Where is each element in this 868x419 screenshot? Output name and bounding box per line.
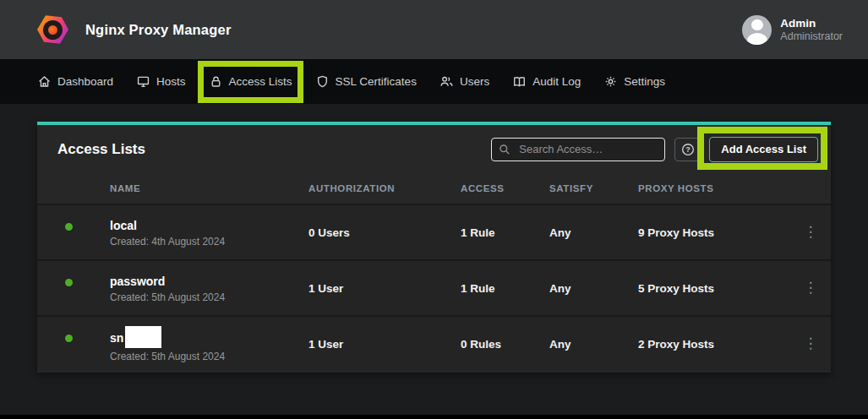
app-logo-icon — [37, 14, 68, 46]
search-box — [491, 138, 665, 161]
user-menu[interactable]: Admin Administrator — [742, 15, 843, 45]
svg-text:?: ? — [685, 145, 691, 154]
proxy-hosts-value: 2 Proxy Hosts — [638, 338, 790, 351]
access-list-created: Created: 5th August 2024 — [110, 351, 308, 362]
access-value: 1 Rule — [461, 226, 549, 239]
add-access-list-button[interactable]: Add Access List — [709, 137, 818, 162]
status-dot-online — [63, 333, 74, 344]
topbar: Nginx Proxy Manager Admin Administrator — [0, 0, 868, 59]
access-list-name: local — [110, 218, 308, 233]
help-button[interactable]: ? — [674, 138, 701, 161]
status-dot-online — [63, 221, 74, 232]
search-input[interactable] — [491, 138, 665, 161]
access-lists-panel: Access Lists ? Add Access List NAME AUTH… — [37, 122, 831, 373]
nav-item-dashboard[interactable]: Dashboard — [37, 74, 113, 89]
window-bottom-edge — [0, 415, 868, 419]
authorization-value: 0 Users — [308, 226, 461, 239]
nav-item-access-lists[interactable]: Access Lists — [209, 74, 292, 89]
app-title: Nginx Proxy Manager — [85, 22, 232, 38]
gear-icon — [603, 74, 618, 89]
nav-item-audit-log[interactable]: Audit Log — [512, 74, 581, 89]
nginx-proxy-manager-app: Nginx Proxy Manager Admin Administrator … — [0, 0, 868, 419]
column-header-access: ACCESS — [461, 183, 549, 193]
user-avatar — [742, 15, 772, 45]
row-menu-kebab-icon[interactable]: ⋮ — [790, 228, 831, 237]
main-nav: Dashboard Hosts Access Lists SSL Certifi… — [0, 59, 868, 104]
access-value: 1 Rule — [461, 282, 549, 295]
page-title: Access Lists — [57, 141, 491, 158]
satisfy-value: Any — [549, 338, 638, 351]
nav-item-users[interactable]: Users — [439, 74, 489, 89]
help-icon: ? — [680, 142, 696, 157]
status-dot-online — [63, 277, 74, 288]
access-list-name: sn — [110, 331, 123, 345]
panel-header: Access Lists ? Add Access List — [37, 125, 831, 173]
access-value: 0 Rules — [461, 338, 549, 351]
book-icon — [512, 74, 527, 89]
column-header-satisfy: SATISFY — [549, 183, 638, 193]
row-menu-kebab-icon[interactable]: ⋮ — [790, 340, 831, 348]
column-header-proxy-hosts: PROXY HOSTS — [638, 183, 790, 193]
access-list-name: password — [110, 274, 308, 289]
table-row[interactable]: password Created: 5th August 2024 1 User… — [37, 259, 831, 315]
table-header-row: NAME AUTHORIZATION ACCESS SATISFY PROXY … — [37, 173, 831, 204]
users-icon — [439, 74, 454, 89]
table-row[interactable]: sn Created: 5th August 2024 1 User 0 Rul… — [37, 315, 831, 371]
nav-item-hosts[interactable]: Hosts — [136, 74, 186, 89]
user-role: Administrator — [780, 30, 843, 43]
column-header-authorization: AUTHORIZATION — [308, 183, 461, 193]
table-row[interactable]: local Created: 4th August 2024 0 Users 1… — [37, 204, 831, 259]
access-list-created: Created: 4th August 2024 — [110, 236, 308, 248]
user-name: Admin — [780, 16, 843, 30]
monitor-icon — [136, 74, 150, 89]
search-icon — [498, 143, 511, 156]
content-area: Access Lists ? Add Access List NAME AUTH… — [0, 104, 868, 415]
nav-item-ssl-certificates[interactable]: SSL Certificates — [315, 74, 417, 89]
nav-item-settings[interactable]: Settings — [603, 74, 665, 89]
access-list-created: Created: 5th August 2024 — [110, 291, 308, 303]
lock-icon — [209, 74, 223, 89]
satisfy-value: Any — [549, 282, 638, 295]
home-icon — [37, 74, 52, 89]
redaction-box — [125, 326, 161, 348]
proxy-hosts-value: 5 Proxy Hosts — [638, 282, 790, 295]
column-header-name: NAME — [110, 183, 308, 193]
shield-icon — [315, 74, 330, 89]
authorization-value: 1 User — [308, 282, 461, 295]
authorization-value: 1 User — [308, 338, 461, 351]
satisfy-value: Any — [549, 226, 638, 239]
row-menu-kebab-icon[interactable]: ⋮ — [790, 284, 831, 292]
proxy-hosts-value: 9 Proxy Hosts — [638, 226, 790, 239]
